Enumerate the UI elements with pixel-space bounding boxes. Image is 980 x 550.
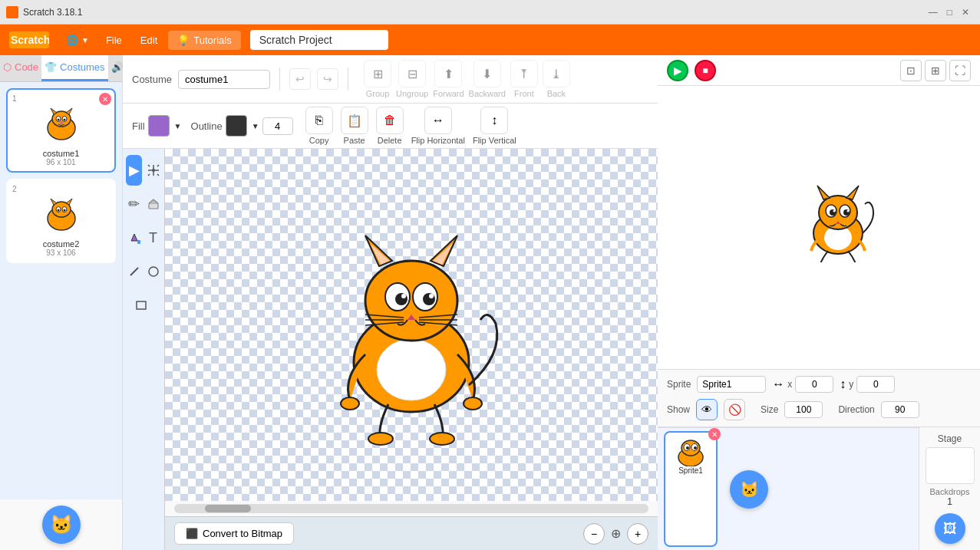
fill-tool[interactable] bbox=[126, 222, 142, 253]
svg-point-34 bbox=[423, 293, 435, 305]
eraser-tool[interactable] bbox=[145, 189, 161, 219]
outline-color-swatch[interactable] bbox=[226, 115, 247, 137]
small-stage-button[interactable]: ⊡ bbox=[900, 60, 922, 81]
brush-tool[interactable]: ✏ bbox=[126, 189, 142, 219]
drawing-canvas[interactable] bbox=[165, 149, 658, 501]
sprite-thumb[interactable]: ✕ Sprite1 bbox=[664, 431, 718, 547]
x-input[interactable] bbox=[795, 376, 833, 393]
stage-label: Stage bbox=[938, 433, 962, 444]
undo-button[interactable]: ↩ bbox=[289, 68, 311, 90]
stop-button[interactable]: ■ bbox=[695, 60, 716, 81]
stage-mini-thumbnail[interactable] bbox=[926, 447, 975, 484]
show-visible-button[interactable]: 👁 bbox=[696, 399, 718, 420]
redo-button[interactable]: ↪ bbox=[317, 68, 338, 90]
flip-horizontal-button[interactable]: ↔ Flip Horizontal bbox=[411, 107, 465, 145]
outline-width-input[interactable] bbox=[262, 117, 293, 135]
svg-point-35 bbox=[401, 294, 406, 298]
direction-input[interactable] bbox=[881, 401, 919, 418]
scrollbar-thumb[interactable] bbox=[205, 505, 251, 512]
title-bar: Scratch 3.18.1 — □ ✕ bbox=[0, 0, 980, 25]
menu-bar: Scratch 🌐 ▼ File Edit 💡 Tutorials bbox=[0, 25, 980, 55]
ungroup-button[interactable]: ⊟ Ungroup bbox=[396, 60, 428, 98]
normal-stage-button[interactable]: ⊞ bbox=[925, 60, 946, 81]
zoom-out-button[interactable]: − bbox=[583, 523, 605, 545]
svg-point-50 bbox=[819, 196, 857, 229]
forward-icon: ⬆ bbox=[434, 60, 462, 87]
stage-header: ▶ ■ ⊡ ⊞ ⛶ bbox=[658, 55, 980, 86]
svg-rect-23 bbox=[137, 301, 146, 309]
outline-label: Outline bbox=[191, 120, 223, 132]
svg-point-18 bbox=[152, 169, 155, 172]
costume-name-field[interactable] bbox=[178, 70, 270, 89]
copy-icon: ⎘ bbox=[305, 107, 333, 134]
editor-toolbar2: Fill ▼ Outline ▼ ⎘ Copy 📋 Paste 🗑 Dele bbox=[123, 104, 658, 149]
tab-code[interactable]: ⬡ Code bbox=[0, 55, 41, 81]
flip-vertical-button[interactable]: ↕ Flip Vertical bbox=[473, 107, 516, 145]
flip-h-icon: ↔ bbox=[424, 107, 452, 134]
project-name-input[interactable] bbox=[250, 30, 388, 50]
add-backdrop-button[interactable]: 🖼 bbox=[935, 513, 965, 544]
back-button[interactable]: ⤓ Back bbox=[543, 60, 570, 98]
front-icon: ⤒ bbox=[510, 60, 538, 87]
edit-controls: ⎘ Copy 📋 Paste 🗑 Delete ↔ Flip Horizonta… bbox=[305, 107, 516, 145]
reshape-tool[interactable] bbox=[145, 155, 161, 186]
close-button[interactable]: ✕ bbox=[957, 7, 974, 18]
paste-button[interactable]: 📋 Paste bbox=[341, 107, 368, 145]
line-tool[interactable] bbox=[126, 256, 142, 287]
svg-point-25 bbox=[377, 339, 446, 400]
costume-item[interactable]: 2 costume2 93 x 106 bbox=[6, 179, 116, 263]
edit-menu[interactable]: Edit bbox=[133, 31, 165, 49]
stage-mini-panel: Stage Backdrops 1 🖼 bbox=[919, 427, 980, 550]
rectangle-tool[interactable] bbox=[126, 290, 157, 321]
outline-color-arrow[interactable]: ▼ bbox=[252, 122, 259, 130]
backward-button[interactable]: ⬇ Backward bbox=[469, 60, 506, 98]
forward-button[interactable]: ⬆ Forward bbox=[433, 60, 464, 98]
svg-point-65 bbox=[694, 446, 697, 450]
add-costume-button[interactable]: 🐱 bbox=[42, 506, 81, 544]
costume-delete-button[interactable]: ✕ bbox=[99, 93, 111, 105]
costume-item[interactable]: 1 ✕ bbox=[6, 88, 116, 173]
stage-section: ▶ ■ ⊡ ⊞ ⛶ bbox=[658, 55, 980, 550]
copy-button[interactable]: ⎘ Copy bbox=[305, 107, 333, 145]
group-button[interactable]: ⊞ Group bbox=[364, 60, 391, 98]
sprite-image bbox=[671, 436, 710, 466]
fullscreen-button[interactable]: ⛶ bbox=[949, 60, 971, 81]
canvas-scrollbar-h[interactable] bbox=[174, 504, 648, 513]
svg-rect-19 bbox=[149, 203, 158, 209]
file-menu[interactable]: File bbox=[98, 31, 130, 49]
size-input[interactable] bbox=[784, 401, 823, 418]
minimize-button[interactable]: — bbox=[924, 7, 942, 18]
language-menu[interactable]: 🌐 ▼ bbox=[60, 31, 95, 49]
zoom-controls: − ⊕ + bbox=[583, 523, 648, 545]
green-flag-button[interactable]: ▶ bbox=[667, 60, 688, 81]
convert-to-bitmap-button[interactable]: ⬛ Convert to Bitmap bbox=[174, 522, 294, 545]
show-hidden-button[interactable]: 🚫 bbox=[724, 399, 745, 420]
toolbar-divider bbox=[348, 68, 348, 91]
select-tool[interactable]: ▶ bbox=[126, 155, 142, 186]
tutorials-button[interactable]: 💡 Tutorials bbox=[168, 31, 240, 50]
svg-point-22 bbox=[149, 267, 158, 276]
front-button[interactable]: ⤒ Front bbox=[510, 60, 538, 98]
maximize-button[interactable]: □ bbox=[942, 7, 957, 18]
y-input[interactable] bbox=[856, 376, 895, 393]
svg-marker-13 bbox=[66, 199, 72, 205]
svg-text:Scratch: Scratch bbox=[11, 34, 49, 46]
group-icon: ⊞ bbox=[364, 60, 391, 87]
add-sprite-button[interactable]: 🐱 bbox=[730, 470, 768, 509]
delete-button[interactable]: 🗑 Delete bbox=[376, 107, 404, 145]
zoom-fit-button[interactable]: ⊕ bbox=[611, 526, 621, 541]
canvas-content bbox=[304, 201, 519, 450]
tutorials-icon: 💡 bbox=[177, 35, 190, 46]
costume-name: costume1 bbox=[12, 149, 110, 158]
sprite-name-input[interactable] bbox=[697, 376, 766, 393]
sprite-delete-button[interactable]: ✕ bbox=[708, 428, 721, 440]
fill-color-arrow[interactable]: ▼ bbox=[174, 122, 182, 130]
fill-color-swatch[interactable] bbox=[148, 115, 170, 137]
circle-tool[interactable] bbox=[145, 256, 161, 287]
zoom-in-button[interactable]: + bbox=[627, 523, 648, 545]
costume-icon: 👕 bbox=[45, 61, 57, 73]
text-tool[interactable]: T bbox=[145, 222, 161, 253]
center-editor: ⬛ Convert to Bitmap − ⊕ + bbox=[165, 149, 658, 550]
svg-marker-4 bbox=[66, 108, 72, 114]
tab-costumes[interactable]: 👕 Costumes bbox=[41, 55, 108, 81]
